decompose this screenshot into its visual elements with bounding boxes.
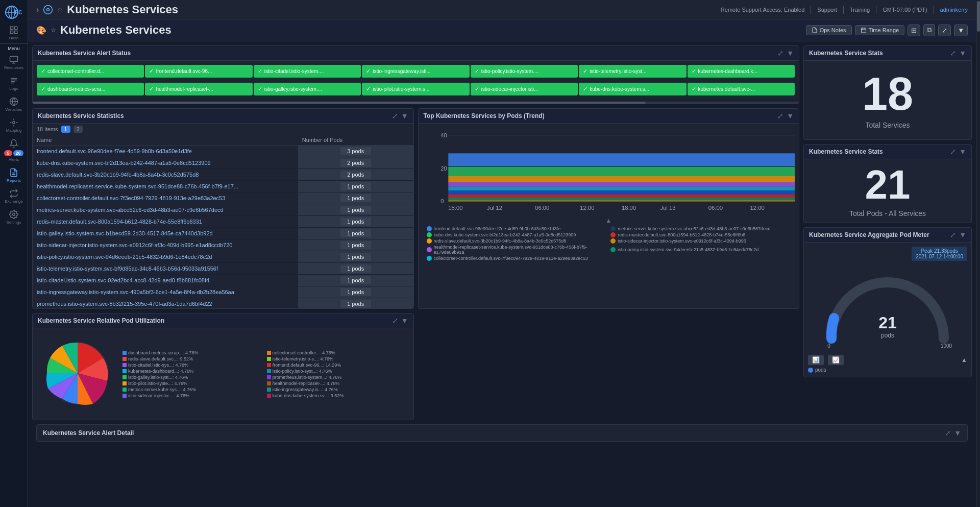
- alert-item-10[interactable]: ✓istio-pilot.istio-system.s...: [362, 83, 469, 95]
- expand-stats-btn[interactable]: ⤢: [392, 112, 398, 120]
- sidebar-item-websites[interactable]: Websites: [0, 94, 28, 115]
- pie-legend-item-7: istio-sidecar-injector....: 4.76%: [122, 393, 265, 398]
- pie-legend-item-5: istio-pilot.istio-syste...: 4.76%: [122, 381, 265, 386]
- sidebar-item-exchange[interactable]: Exchange: [0, 186, 28, 207]
- legend-item-8: istio-policy.istio-system.svc-94deeeb-21…: [610, 245, 791, 255]
- table-row[interactable]: istio-sidecar-injector.istio-system.svc-…: [33, 239, 413, 251]
- sidebar-item-logs[interactable]: Logs: [0, 73, 28, 94]
- sidebar-collapse-btn[interactable]: ›: [36, 5, 39, 14]
- svg-text:18:00: 18:00: [448, 205, 462, 211]
- middle-row: Kubernetes Service Statistics ⤢ ▼ 18 ite…: [32, 108, 799, 309]
- pods-count-cell: 1 pods: [298, 251, 413, 263]
- alert-item-4[interactable]: ✓istio-policy.istio-system....: [471, 65, 578, 78]
- collapse-stats1-btn[interactable]: ▼: [959, 49, 966, 57]
- ops-notes-button[interactable]: Ops Notes: [806, 25, 852, 35]
- table-row[interactable]: prometheus.istio-system.svc-8b32f215-395…: [33, 298, 413, 309]
- support-link[interactable]: Support: [817, 7, 837, 13]
- legend-toggle-btn[interactable]: ▲: [423, 217, 795, 224]
- collapse-alert-btn[interactable]: ▼: [787, 49, 794, 57]
- page-1-btn[interactable]: 1: [61, 126, 70, 133]
- collapse-stats2-btn[interactable]: ▼: [959, 148, 966, 156]
- logo[interactable]: BC: [4, 4, 24, 20]
- grid-view-button[interactable]: ⊞: [908, 25, 920, 36]
- alert-item-2[interactable]: ✓istio-citadel.istio-system....: [254, 65, 361, 78]
- alert-item-9[interactable]: ✓istio-galley.istio-system....: [254, 83, 361, 95]
- sidebar-item-dash[interactable]: Dash: [0, 22, 28, 43]
- expand-button[interactable]: ⤢: [938, 25, 951, 36]
- pods-count-cell: 1 pods: [298, 298, 413, 309]
- table-row[interactable]: istio-citadel.istio-system.svc-02ed2bc4-…: [33, 275, 413, 286]
- aggregate-meter-panel: Kubernetes Service Aggregate Pod Meter ⤢…: [803, 227, 972, 377]
- table-row[interactable]: redis-slave.default.svc-3b20c1b9-94fc-4b…: [33, 169, 413, 181]
- scrollbar-track[interactable]: [976, 0, 980, 507]
- sidebar-item-mapping[interactable]: Mapping: [0, 115, 28, 136]
- stats-2-header: Kubernetes Service Stats ⤢ ▼: [804, 144, 971, 159]
- stats-1-number: 18: [809, 71, 966, 117]
- table-scroll[interactable]: Name Number of Pods frontend.default.svc…: [33, 135, 413, 308]
- svg-rect-5: [10, 27, 13, 29]
- collapse-meter-btn[interactable]: ▼: [959, 231, 966, 239]
- alert-item-7[interactable]: ✓dashboard-metrics-scra...: [37, 83, 144, 95]
- table-row[interactable]: istio-policy.istio-system.svc-94d6eeeb-2…: [33, 251, 413, 263]
- sidebar-item-resources[interactable]: Resources: [0, 52, 28, 73]
- meter-trend-btn[interactable]: 📈: [828, 355, 844, 365]
- alert-item-12[interactable]: ✓kube-dns.kube-system.s...: [579, 83, 686, 95]
- sidebar-item-alerts[interactable]: 5 26 Alerts: [0, 136, 28, 165]
- pods-count-cell: 2 pods: [298, 169, 413, 181]
- meter-content: Peak 21.33pods 2021-07-12 14:00:00: [804, 243, 971, 377]
- gauge-max: 1000: [941, 343, 952, 349]
- expand-meter-btn[interactable]: ⤢: [950, 231, 956, 239]
- alert-item-6[interactable]: ✓kubernetes-dashboard.k...: [688, 65, 795, 78]
- calendar-icon: [861, 27, 867, 33]
- table-row[interactable]: istio-ingressgateway.istio-system.svc-49…: [33, 286, 413, 298]
- alert-item-1[interactable]: ✓frontend.default.svc-96...: [145, 65, 252, 78]
- alert-item-0[interactable]: ✓collectorset-controller.d...: [37, 65, 144, 78]
- alert-item-8[interactable]: ✓healthmodel-replicaset-...: [145, 83, 252, 95]
- svg-rect-39: [448, 187, 795, 191]
- svg-rect-9: [10, 56, 18, 62]
- meter-expand-btn[interactable]: ▲: [961, 355, 967, 365]
- more-button[interactable]: ▼: [954, 25, 968, 36]
- table-row[interactable]: collectorset-controller.default.svc-7f3e…: [33, 192, 413, 204]
- meter-chart-btn[interactable]: 📊: [808, 355, 824, 365]
- expand-detail-btn[interactable]: ⤢: [945, 429, 951, 437]
- training-link[interactable]: Training: [850, 7, 870, 13]
- table-row[interactable]: kube-dns.kube-system.svc-bf2d13ea-b242-4…: [33, 157, 413, 169]
- remote-support-text: Remote Support Access: Enabled: [721, 7, 804, 13]
- collapse-trend-btn[interactable]: ▼: [787, 112, 794, 120]
- expand-stats1-btn[interactable]: ⤢: [950, 49, 956, 57]
- expand-pie-btn[interactable]: ⤢: [392, 317, 398, 325]
- expand-alert-btn[interactable]: ⤢: [777, 49, 783, 57]
- content-right: Kubernetes Service Stats ⤢ ▼ 18 Total Se…: [803, 45, 972, 420]
- table-row[interactable]: metrics-server.kube-system.svc-abce52c6-…: [33, 204, 413, 216]
- pie-legend-item-3: kubernetes-dashboard...: 4.76%: [122, 369, 265, 374]
- copy-button[interactable]: ⧉: [923, 24, 935, 36]
- time-range-button[interactable]: Time Range: [855, 25, 905, 35]
- expand-stats2-btn[interactable]: ⤢: [950, 148, 956, 156]
- table-row[interactable]: frontend.default.svc-96e90dee-f7ee-4d59-…: [33, 146, 413, 157]
- pie-legend-item-2: istio-citadel.istio-sys...: 4.76%: [122, 363, 265, 368]
- pie-legend-item-8: collectorset-controller...: 4.76%: [267, 350, 409, 355]
- service-name-cell: istio-galley.istio-system.svc-b1becd59-2…: [33, 228, 298, 239]
- pods-count-cell: 3 pods: [298, 146, 413, 157]
- alert-item-5[interactable]: ✓istio-telemetry.istio-syst...: [579, 65, 686, 78]
- expand-trend-btn[interactable]: ⤢: [777, 112, 783, 120]
- star-icon[interactable]: ☆: [57, 6, 63, 13]
- alert-item-11[interactable]: ✓istio-sidecar-injector.isti...: [471, 83, 578, 95]
- alert-item-13[interactable]: ✓kubernetes.default.svc-...: [688, 83, 795, 95]
- page-star-icon[interactable]: ☆: [51, 27, 56, 34]
- pie-legend-item-1: redis-slave.default.svc...: 9.52%: [122, 356, 265, 361]
- table-row[interactable]: istio-telemetry.istio-system.svc-bf9d85a…: [33, 263, 413, 275]
- collapse-stats-btn[interactable]: ▼: [401, 112, 408, 120]
- sidebar-item-reports[interactable]: Reports: [0, 165, 28, 186]
- sidebar-item-settings[interactable]: Settings: [0, 207, 28, 228]
- alert-item-3[interactable]: ✓istio-ingressgateway.isti...: [362, 65, 469, 78]
- collapse-pie-btn[interactable]: ▼: [401, 317, 408, 325]
- collapse-detail-btn[interactable]: ▼: [954, 429, 961, 437]
- table-row[interactable]: istio-galley.istio-system.svc-b1becd59-2…: [33, 228, 413, 239]
- user-text[interactable]: adminkerry: [940, 7, 968, 13]
- page-2-btn[interactable]: 2: [74, 126, 83, 133]
- peak-value: Peak 21.33pods: [916, 248, 963, 254]
- table-row[interactable]: healthmodel-replicaset-service.kube-syst…: [33, 181, 413, 192]
- table-row[interactable]: redis-master.default.svc-800a1594-b612-4…: [33, 216, 413, 228]
